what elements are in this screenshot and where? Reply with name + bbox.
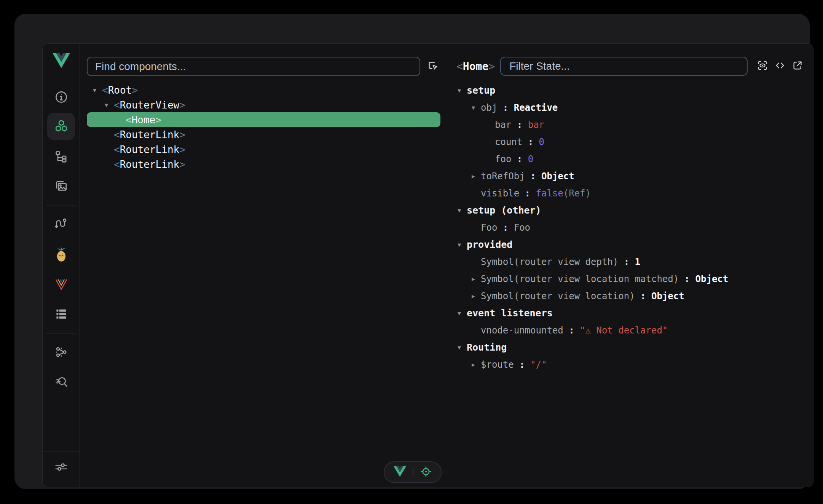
state-row[interactable]: Symbol(router view depth) : 1 — [447, 253, 813, 270]
route-icon — [54, 217, 69, 231]
state-key: vnode-unmounted — [481, 325, 563, 336]
selected-component-label: <Home> — [456, 60, 495, 73]
bracket: < — [456, 60, 463, 73]
info-icon — [54, 90, 69, 104]
state-row[interactable]: ▶Symbol(router view location matched) : … — [447, 270, 813, 287]
vue-router-icon — [54, 278, 68, 291]
vue-logo — [53, 53, 70, 70]
sidebar-item-inspector[interactable] — [47, 368, 75, 396]
expand-arrow-icon[interactable]: ▼ — [105, 102, 114, 108]
colon-separator: : — [522, 137, 539, 147]
expand-arrow-icon[interactable]: ▶ — [472, 173, 481, 180]
tree-node[interactable]: <RouterLink> — [87, 157, 440, 172]
find-components-input[interactable] — [87, 57, 420, 76]
sidebar-item-overview[interactable] — [47, 83, 75, 111]
tree-toolbar — [80, 44, 447, 76]
state-section-header[interactable]: ▼setup (other) — [447, 202, 813, 219]
sidebar-item-settings[interactable] — [47, 453, 75, 481]
selected-component-name: Home — [463, 60, 488, 73]
sidebar-divider — [46, 333, 76, 333]
devtools-window: ▼<Root>▼<RouterView><Home><RouterLink><R… — [14, 14, 810, 489]
sidebar-bottom-divider — [43, 451, 80, 451]
sidebar-divider — [46, 206, 76, 206]
state-key: $route — [481, 359, 514, 370]
inspect-element-button[interactable] — [420, 466, 432, 479]
state-row[interactable]: Foo : Foo — [447, 219, 813, 236]
expand-arrow-icon[interactable]: ▶ — [472, 361, 481, 368]
sidebar-item-components[interactable] — [47, 113, 75, 140]
tree-node[interactable]: ▼<Root> — [87, 83, 440, 97]
tree-node[interactable]: <Home> — [87, 112, 440, 127]
state-key: toRefObj — [481, 171, 525, 182]
state-row[interactable]: count : 0 — [447, 133, 813, 150]
colon-separator: : — [511, 154, 528, 164]
component-tag: <Root> — [102, 85, 138, 96]
pineapple-icon — [54, 246, 68, 262]
vue-devtools-toggle-button[interactable] — [394, 466, 406, 478]
state-row[interactable]: bar : bar — [447, 116, 813, 133]
expand-arrow-icon[interactable]: ▶ — [472, 276, 481, 282]
expand-arrow-icon[interactable]: ▶ — [472, 293, 481, 300]
state-row[interactable]: visible : false(Ref) — [447, 185, 813, 202]
sidebar-item-graph[interactable] — [47, 338, 75, 366]
state-section-header[interactable]: ▼Routing — [447, 339, 813, 356]
sidebar-item-router[interactable] — [47, 271, 75, 298]
images-icon — [54, 179, 69, 194]
state-section-header[interactable]: ▼provided — [447, 236, 813, 253]
expand-arrow-icon[interactable]: ▼ — [458, 310, 467, 317]
expand-arrow-icon[interactable]: ▼ — [458, 207, 467, 214]
state-value: "/" — [530, 359, 547, 370]
pill-divider — [413, 468, 413, 477]
component-tag: <RouterLink> — [114, 159, 185, 170]
sitemap-icon — [54, 150, 69, 164]
floating-toolbar[interactable] — [384, 461, 442, 483]
expand-arrow-icon[interactable]: ▼ — [472, 104, 481, 111]
state-value: Foo — [514, 222, 530, 233]
colon-separator: : — [563, 325, 580, 336]
expand-arrow-icon[interactable]: ▼ — [458, 344, 467, 351]
expand-arrow-icon[interactable]: ▼ — [458, 87, 467, 94]
component-tag: <RouterLink> — [114, 129, 185, 140]
state-key: visible — [481, 188, 519, 199]
open-in-new-button[interactable] — [791, 60, 804, 73]
expand-arrow-icon[interactable]: ▼ — [93, 87, 102, 94]
state-key: Symbol(router view location matched) — [481, 274, 679, 284]
state-row[interactable]: ▼obj : Reactive — [447, 99, 813, 116]
state-section-header[interactable]: ▼event listeners — [447, 305, 813, 322]
components-icon — [54, 119, 69, 134]
state-row[interactable]: ▶toRefObj : Object — [447, 167, 813, 185]
filter-state-input[interactable] — [500, 57, 748, 76]
state-value: bar — [528, 120, 544, 130]
tree-node[interactable]: <RouterLink> — [87, 142, 440, 157]
scan-eye-icon — [757, 60, 768, 73]
state-value: 0 — [528, 154, 533, 164]
expand-arrow-icon[interactable]: ▼ — [458, 241, 467, 248]
state-section-header[interactable]: ▼setup — [447, 82, 813, 99]
sidebar-item-assets[interactable] — [47, 173, 75, 200]
state-key: Symbol(router view depth) — [481, 257, 618, 267]
state-row[interactable]: vnode-unmounted : "⚠ Not declared" — [447, 322, 813, 339]
state-key: Foo — [481, 222, 497, 233]
inspect-dom-button[interactable] — [756, 60, 769, 73]
state-key: bar — [495, 120, 511, 130]
state-row[interactable]: ▶$route : "/" — [447, 356, 813, 373]
sliders-icon — [54, 460, 69, 474]
sidebar-item-timeline[interactable] — [47, 210, 75, 238]
section-title: setup — [467, 85, 495, 96]
sidebar-item-pinia[interactable] — [47, 241, 75, 268]
open-component-code-button[interactable] — [774, 60, 786, 73]
state-row[interactable]: ▶Symbol(router view location) : Object — [447, 287, 813, 305]
state-row[interactable]: foo : 0 — [447, 150, 813, 167]
state-toolbar: <Home> — [447, 44, 813, 76]
external-link-icon — [792, 60, 803, 73]
colon-separator: : — [679, 274, 695, 284]
tree-node[interactable]: ▼<RouterView> — [87, 97, 440, 112]
select-component-button[interactable] — [426, 59, 440, 74]
section-title: event listeners — [467, 308, 553, 319]
sidebar-item-pages[interactable] — [47, 143, 75, 171]
state-value: false — [536, 188, 563, 199]
tree-node[interactable]: <RouterLink> — [87, 127, 440, 142]
sidebar-item-server[interactable] — [47, 300, 75, 328]
section-title: setup (other) — [467, 205, 541, 216]
search-list-icon — [54, 375, 69, 389]
